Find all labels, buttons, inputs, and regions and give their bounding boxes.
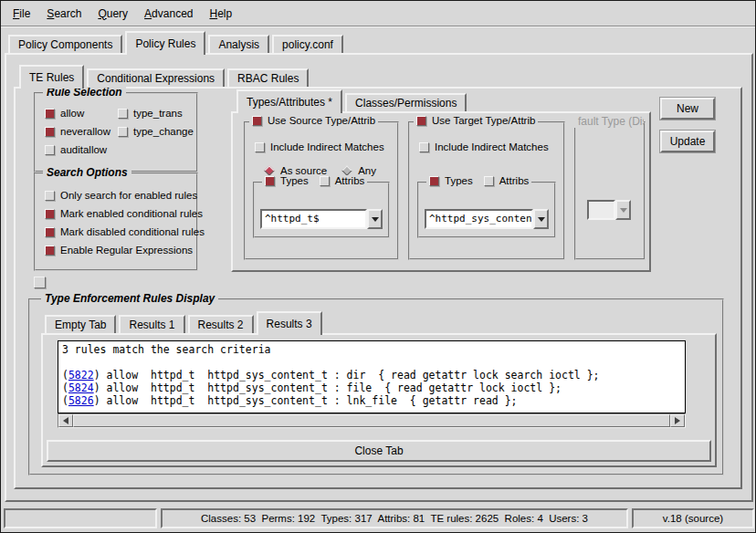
rule-selection-group: Rule Selection allow type_trans neverall… bbox=[34, 92, 198, 172]
search-options-list: Only search for enabled rules Mark enabl… bbox=[36, 174, 196, 256]
rule-result-row: (5826) allow httpd_t httpd_sys_content_t… bbox=[62, 394, 681, 407]
tab-te-rules[interactable]: TE Rules bbox=[19, 65, 84, 89]
checkbox-enable-regex-label: Enable Regular Expressions bbox=[60, 245, 193, 256]
checkbox-use-target[interactable]: Use Target Type/Attrib bbox=[414, 115, 538, 126]
scroll-left-button[interactable] bbox=[58, 414, 73, 427]
results-tab-empty[interactable]: Empty Tab bbox=[45, 315, 116, 333]
tab-classes-permissions[interactable]: Classes/Permissions bbox=[345, 93, 467, 111]
menu-advanced[interactable]: Advanced bbox=[136, 3, 201, 25]
rule-tabrow: TE Rules Conditional Expressions RBAC Ru… bbox=[19, 65, 311, 87]
tab-policy-rules[interactable]: Policy Rules bbox=[125, 31, 205, 55]
checkbox-auditallow[interactable]: auditallow bbox=[45, 144, 116, 155]
checkbox-neverallow[interactable]: neverallow bbox=[45, 126, 116, 137]
target-types-frame-labels: Types Attribs bbox=[426, 175, 531, 186]
status-left-panel bbox=[4, 508, 157, 528]
new-button[interactable]: New bbox=[660, 98, 715, 120]
tab-types-attributes[interactable]: Types/Attributes * bbox=[236, 89, 342, 113]
rule-result-row: (5822) allow httpd_t httpd_sys_content_t… bbox=[62, 369, 681, 381]
scroll-right-button[interactable] bbox=[670, 414, 685, 427]
checkbox-type-change-label: type_change bbox=[133, 126, 194, 137]
checkbox-include-indirect-target[interactable]: Include Indirect Matches bbox=[419, 141, 549, 152]
checkbox-neverallow-indicator bbox=[45, 127, 55, 137]
checkbox-include-indirect-source[interactable]: Include Indirect Matches bbox=[255, 141, 384, 152]
default-type-dropdown-button bbox=[615, 200, 631, 220]
checkbox-target-attribs-indicator bbox=[484, 176, 494, 186]
target-type-input[interactable]: ^httpd_sys_content_t$ bbox=[425, 209, 533, 229]
checkbox-use-target-label: Use Target Type/Attrib bbox=[432, 115, 535, 126]
rule-id-link[interactable]: 5824 bbox=[68, 381, 94, 394]
target-type-dropdown-button[interactable] bbox=[533, 209, 549, 229]
chevron-down-icon bbox=[538, 217, 545, 222]
menu-search[interactable]: Search bbox=[38, 3, 89, 25]
menu-file[interactable]: File bbox=[5, 3, 38, 25]
checkbox-target-types-indicator bbox=[429, 176, 439, 186]
checkbox-include-indirect-source-indicator bbox=[255, 142, 265, 152]
chevron-down-icon bbox=[372, 217, 379, 222]
checkbox-only-enabled-rules[interactable]: Only search for enabled rules bbox=[45, 190, 196, 201]
scroll-thumb[interactable] bbox=[73, 414, 670, 427]
rule-prefix: ( bbox=[62, 381, 68, 394]
update-button[interactable]: Update bbox=[660, 131, 715, 152]
search-options-title: Search Options bbox=[43, 166, 131, 179]
menu-help[interactable]: Help bbox=[201, 3, 240, 25]
menu-query[interactable]: Query bbox=[89, 3, 136, 25]
source-type-input[interactable]: ^httpd_t$ bbox=[260, 209, 367, 229]
scroll-right-icon bbox=[675, 417, 680, 424]
checkbox-type-change[interactable]: type_change bbox=[118, 126, 196, 137]
rule-text: ) allow httpd_t httpd_sys_content_t : di… bbox=[94, 369, 600, 381]
checkbox-mark-enabled-cond[interactable]: Mark enabled conditional rules bbox=[45, 208, 196, 219]
checkbox-type-change-indicator bbox=[118, 127, 128, 137]
checkbox-source-types[interactable]: Types bbox=[265, 175, 309, 186]
results-text-area[interactable]: 3 rules match the search criteria (5822)… bbox=[58, 340, 686, 413]
checkbox-enable-regex[interactable]: Enable Regular Expressions bbox=[45, 245, 196, 256]
target-type-combo: ^httpd_sys_content_t$ bbox=[425, 209, 549, 229]
checkbox-target-attribs-label: Attribs bbox=[499, 175, 530, 186]
target-type-group: Use Target Type/Attrib Include Indirect … bbox=[408, 121, 565, 260]
rule-id-link[interactable]: 5822 bbox=[68, 369, 94, 381]
app-window: File Search Query Advanced Help Policy C… bbox=[0, 0, 756, 533]
checkbox-mark-disabled-indicator bbox=[45, 227, 55, 237]
checkbox-mark-enabled-label: Mark enabled conditional rules bbox=[60, 208, 203, 219]
checkbox-type-trans[interactable]: type_trans bbox=[118, 108, 196, 119]
checkbox-target-types[interactable]: Types bbox=[429, 175, 473, 186]
checkbox-neverallow-label: neverallow bbox=[60, 126, 110, 137]
menu-file-label: File bbox=[13, 7, 30, 20]
tab-rbac-rules[interactable]: RBAC Rules bbox=[227, 68, 309, 87]
default-type-combo bbox=[587, 200, 631, 220]
close-tab-button[interactable]: Close Tab bbox=[47, 440, 711, 462]
checkbox-mark-disabled-cond[interactable]: Mark disabled conditional rules bbox=[45, 226, 196, 237]
rule-result-row: (5824) allow httpd_t httpd_sys_content_t… bbox=[62, 381, 681, 394]
checkbox-target-types-label: Types bbox=[445, 175, 473, 186]
main-tabrow: Policy Components Policy Rules Analysis … bbox=[8, 31, 346, 53]
checkbox-mark-disabled-label: Mark disabled conditional rules bbox=[60, 226, 205, 237]
tab-analysis[interactable]: Analysis bbox=[208, 35, 269, 53]
rule-prefix: ( bbox=[62, 394, 68, 407]
results-tab-3[interactable]: Results 3 bbox=[257, 311, 322, 335]
results-tab-1[interactable]: Results 1 bbox=[119, 315, 184, 333]
rule-id-link[interactable]: 5826 bbox=[68, 394, 94, 407]
checkbox-use-source[interactable]: Use Source Type/Attrib bbox=[249, 115, 378, 126]
results-display-title: Type Enforcement Rules Display bbox=[41, 292, 218, 305]
checkbox-use-source-indicator bbox=[252, 116, 262, 126]
source-types-frame-labels: Types Attribs bbox=[262, 175, 367, 186]
tab-policy-components[interactable]: Policy Components bbox=[8, 35, 122, 53]
checkbox-source-attribs[interactable]: Attribs bbox=[320, 175, 365, 186]
pane-sash-handle[interactable] bbox=[34, 277, 46, 288]
tab-conditional-expressions[interactable]: Conditional Expressions bbox=[87, 68, 225, 87]
checkbox-include-indirect-target-indicator bbox=[419, 142, 429, 152]
checkbox-target-attribs[interactable]: Attribs bbox=[484, 175, 530, 186]
status-stats: Classes: 53 Perms: 192 Types: 317 Attrib… bbox=[161, 508, 628, 528]
checkbox-allow[interactable]: allow bbox=[45, 108, 116, 119]
checkbox-mark-enabled-indicator bbox=[45, 209, 55, 219]
source-type-dropdown-button[interactable] bbox=[367, 209, 383, 229]
checkbox-only-enabled-label: Only search for enabled rules bbox=[60, 190, 197, 201]
rule-text: ) allow httpd_t httpd_sys_content_t : ln… bbox=[94, 394, 518, 407]
tab-policy-conf[interactable]: policy.conf bbox=[272, 35, 343, 53]
results-blank-line bbox=[62, 356, 681, 369]
checkbox-source-types-indicator bbox=[265, 176, 275, 186]
results-tab-2[interactable]: Results 2 bbox=[188, 315, 254, 333]
types-attributes-tabrow: Types/Attributes * Classes/Permissions bbox=[236, 89, 469, 111]
checkbox-allow-label: allow bbox=[60, 108, 84, 119]
scroll-left-icon bbox=[63, 417, 68, 424]
checkbox-auditallow-indicator bbox=[45, 145, 55, 155]
